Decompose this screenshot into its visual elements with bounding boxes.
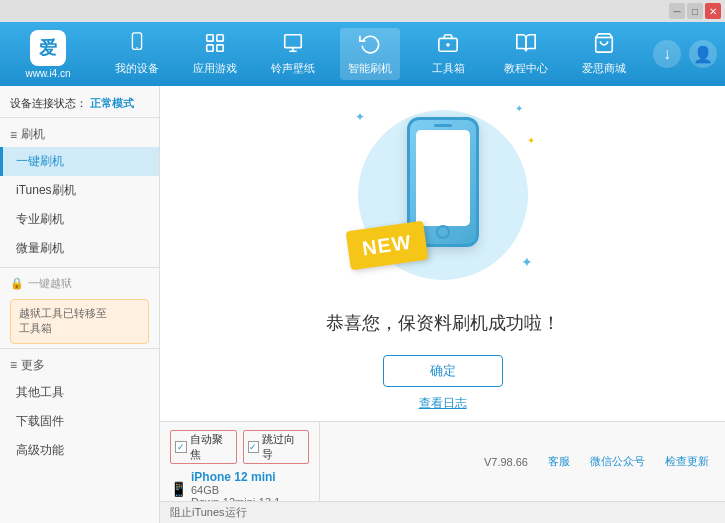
jailbreak-label: 一键越狱: [28, 276, 72, 291]
download-button[interactable]: ↓: [653, 40, 681, 68]
nav-toolbox-icon: [437, 32, 459, 59]
success-illustration: NEW ✦ ✦ ✦ ✦: [343, 95, 543, 295]
nav-ringtones-icon: [282, 32, 304, 59]
status-footer-text: 阻止iTunes运行: [170, 505, 247, 520]
nav-my-device-icon: [126, 32, 148, 59]
nav-smart-flash[interactable]: 智能刷机: [340, 28, 400, 80]
close-button[interactable]: ✕: [705, 3, 721, 19]
nav-ringtones-label: 铃声壁纸: [271, 61, 315, 76]
nav-smart-flash-icon: [359, 32, 381, 59]
flash-group-label: 刷机: [21, 126, 45, 143]
version-text: V7.98.66: [484, 456, 528, 468]
more-group-label: 更多: [21, 357, 45, 374]
minimize-button[interactable]: ─: [669, 3, 685, 19]
nav-apps-label: 应用游戏: [193, 61, 237, 76]
checkboxes-row: ✓ 自动聚焦 ✓ 跳过向导: [170, 430, 309, 464]
sidebar-item-wipe-flash[interactable]: 微量刷机: [0, 234, 159, 263]
sidebar-jailbreak-group: 🔒 一键越狱: [0, 272, 159, 295]
wechat-link[interactable]: 微信公众号: [590, 454, 645, 469]
sidebar-item-advanced[interactable]: 高级功能: [0, 436, 159, 465]
sidebar-item-itunes-flash[interactable]: iTunes刷机: [0, 176, 159, 205]
nav-mall-label: 爱思商城: [582, 61, 626, 76]
sidebar: 设备连接状态： 正常模式 ≡ 刷机 一键刷机 iTunes刷机 专业刷机 微量刷…: [0, 86, 160, 523]
connection-status: 设备连接状态： 正常模式: [0, 90, 159, 118]
nav-tutorial-icon: [515, 32, 537, 59]
sidebar-divider-2: [0, 348, 159, 349]
status-footer: 阻止iTunes运行: [160, 501, 725, 523]
sidebar-group-more: ≡ 更多: [0, 353, 159, 378]
more-group-icon: ≡: [10, 358, 17, 372]
maximize-button[interactable]: □: [687, 3, 703, 19]
success-title: 恭喜您，保资料刷机成功啦！: [326, 311, 560, 335]
svg-rect-2: [207, 35, 213, 41]
nav-toolbox[interactable]: 工具箱: [418, 28, 478, 80]
title-bar: ─ □ ✕: [0, 0, 725, 22]
nav-tutorial-label: 教程中心: [504, 61, 548, 76]
status-value: 正常模式: [90, 97, 134, 109]
nav-items: 我的设备 应用游戏 铃声壁纸 智能刷机 工具箱: [98, 28, 643, 80]
skip-wizard-checkbox[interactable]: ✓ 跳过向导: [243, 430, 310, 464]
sparkle-2: ✦: [515, 103, 523, 114]
top-nav: 爱 www.i4.cn 我的设备 应用游戏 铃声壁纸 智能刷机: [0, 22, 725, 86]
sparkle-4: ✦: [527, 135, 535, 146]
svg-rect-6: [284, 35, 301, 48]
logo-icon: 爱: [30, 30, 66, 66]
auto-focus-checkbox[interactable]: ✓ 自动聚焦: [170, 430, 237, 464]
user-button[interactable]: 👤: [689, 40, 717, 68]
auto-focus-cb-icon: ✓: [175, 441, 187, 453]
sidebar-item-download-firmware[interactable]: 下载固件: [0, 407, 159, 436]
customer-service-link[interactable]: 客服: [548, 454, 570, 469]
nav-right-buttons: ↓ 👤: [653, 40, 717, 68]
check-update-link[interactable]: 检查更新: [665, 454, 709, 469]
svg-rect-3: [217, 35, 223, 41]
nav-mall[interactable]: 爱思商城: [574, 28, 634, 80]
nav-smart-flash-label: 智能刷机: [348, 61, 392, 76]
svg-rect-5: [217, 45, 223, 51]
confirm-button[interactable]: 确定: [383, 355, 503, 387]
bottom-section: ✓ 自动聚焦 ✓ 跳过向导 📱 iPhone 12 mini 64GB Down…: [160, 421, 725, 501]
nav-toolbox-label: 工具箱: [432, 61, 465, 76]
sparkle-1: ✦: [355, 110, 365, 124]
lock-icon: 🔒: [10, 277, 24, 290]
sidebar-group-flash: ≡ 刷机: [0, 122, 159, 147]
nav-ringtones[interactable]: 铃声壁纸: [263, 28, 323, 80]
nav-apps-icon: [204, 32, 226, 59]
sidebar-jailbreak-notice: 越狱工具已转移至工具箱: [10, 299, 149, 344]
bottom-right-panel: V7.98.66 客服 微信公众号 检查更新: [320, 422, 725, 501]
nav-mall-icon: [593, 32, 615, 59]
svg-rect-4: [207, 45, 213, 51]
sparkle-3: ✦: [521, 254, 533, 270]
device-name: iPhone 12 mini: [191, 470, 280, 484]
nav-tutorial[interactable]: 教程中心: [496, 28, 556, 80]
device-storage: 64GB: [191, 484, 280, 496]
sidebar-item-one-key-flash[interactable]: 一键刷机: [0, 147, 159, 176]
sidebar-divider-1: [0, 267, 159, 268]
skip-wizard-cb-icon: ✓: [248, 441, 260, 453]
logo-text: www.i4.cn: [25, 68, 70, 79]
nav-apps-games[interactable]: 应用游戏: [185, 28, 245, 80]
logo[interactable]: 爱 www.i4.cn: [8, 30, 88, 79]
flash-group-icon: ≡: [10, 128, 17, 142]
bottom-left-panel: ✓ 自动聚焦 ✓ 跳过向导 📱 iPhone 12 mini 64GB Down…: [160, 422, 320, 501]
sidebar-item-pro-flash[interactable]: 专业刷机: [0, 205, 159, 234]
wizard-link[interactable]: 查看日志: [419, 395, 467, 412]
sidebar-item-other-tools[interactable]: 其他工具: [0, 378, 159, 407]
nav-my-device[interactable]: 我的设备: [107, 28, 167, 80]
device-icon: 📱: [170, 481, 187, 497]
main-content: NEW ✦ ✦ ✦ ✦ 恭喜您，保资料刷机成功啦！ 确定 查看日志: [160, 86, 725, 421]
nav-my-device-label: 我的设备: [115, 61, 159, 76]
